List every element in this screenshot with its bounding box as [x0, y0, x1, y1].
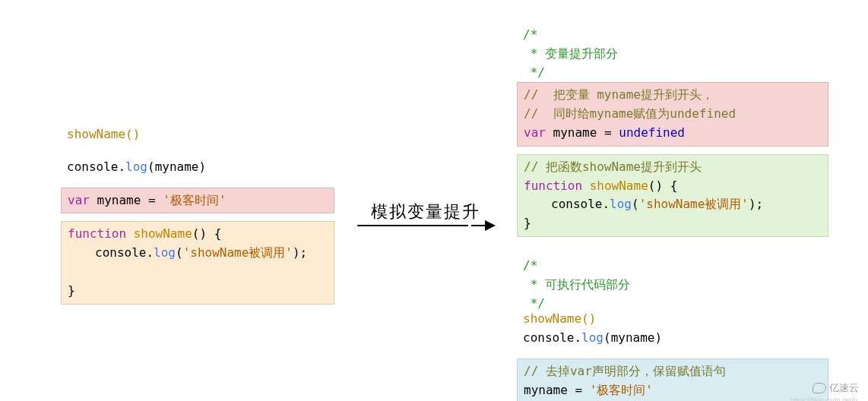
watermark-subtext: https://blog.csdn.net/q	[790, 396, 857, 401]
right-pink-block: // 把变量 myname提升到开头， // 同时给myname赋值为undef…	[517, 82, 828, 146]
watermark-logo-icon	[813, 383, 826, 393]
watermark: 亿速云 https://blog.csdn.net/q	[813, 381, 859, 395]
arrow-label: 模拟变量提升	[371, 200, 480, 223]
arrow-column: 模拟变量提升	[350, 200, 502, 226]
left-console-log: console.log(myname)	[61, 155, 334, 180]
right-exec-comment: /* * 可执行代码部分 */	[517, 254, 828, 313]
right-green-block: // 把函数showName提升到开头 function showName() …	[517, 154, 828, 237]
left-var-myname-block: var myname = '极客时间'	[61, 188, 334, 214]
left-code-column: showName() console.log(myname) var mynam…	[61, 122, 334, 305]
left-function-block: function showName() { console.log('showN…	[61, 221, 334, 304]
code-text: showName()	[67, 127, 140, 141]
right-blue-block: // 去掉var声明部分，保留赋值语句 myname = '极客时间'	[517, 358, 828, 401]
arrow-icon	[357, 225, 494, 226]
watermark-text: 亿速云	[829, 381, 859, 395]
right-code-column: /* * 变量提升部分 */ // 把变量 myname提升到开头， // 同时…	[517, 23, 828, 401]
left-call-showname: showName()	[61, 122, 334, 147]
right-console-log: console.log(myname)	[517, 329, 828, 351]
right-hoist-comment: /* * 变量提升部分 */	[517, 23, 828, 82]
